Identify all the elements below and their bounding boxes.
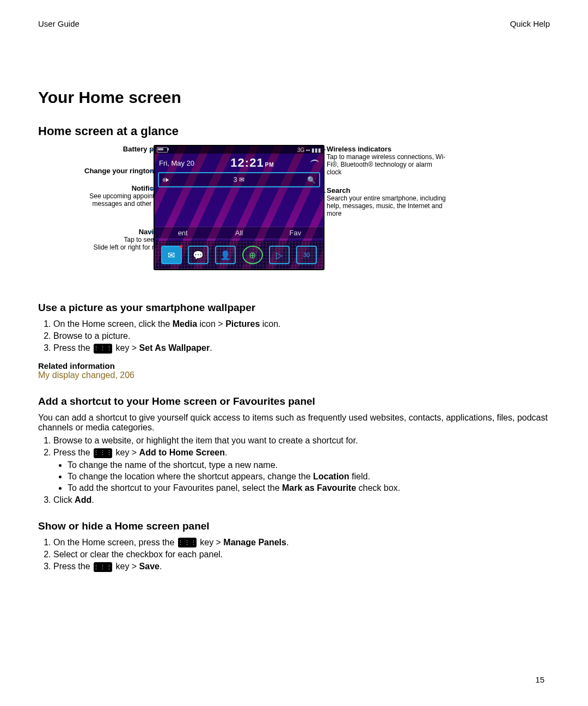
t: . (91, 495, 94, 504)
callout-wireless: Wireless indicators Tap to manage wirele… (327, 145, 446, 176)
t: Location (313, 472, 350, 481)
chat-icon: 💬 (188, 246, 209, 264)
related-info-heading: Related information (38, 361, 550, 370)
t: Manage Panels (223, 538, 286, 547)
callout-search: Search Search your entire smartphone, in… (327, 186, 446, 217)
phone-time-suffix: PM (265, 162, 274, 168)
t: key > (113, 448, 139, 457)
phone-notif-count: 3 (234, 176, 237, 184)
t: icon. (260, 319, 280, 328)
speaker-icon: 🕪 (162, 176, 169, 184)
step: Select or clear the checkbox for each pa… (53, 550, 550, 559)
substep: To change the location where the shortcu… (68, 472, 550, 482)
t: Mark as Favourite (282, 483, 356, 492)
menu-key-icon: ⋮⋮⋮ (178, 538, 197, 547)
t: Press the (53, 448, 93, 457)
phone-icon-row: ✉ 💬 👤 ⊕ ▷ 30 (155, 241, 323, 269)
browser-icon: ⊕ (242, 246, 263, 264)
battery-icon (157, 147, 168, 153)
t: To change the location where the shortcu… (68, 472, 313, 481)
t: Media (173, 319, 197, 328)
substep: To add the shortcut to your Favourites p… (68, 483, 550, 493)
t: . (225, 448, 227, 457)
phone-time-value: 12:21 (230, 156, 264, 169)
phone-clock-row: Fri, May 20 12:21PM (155, 154, 323, 171)
t: On the Home screen, click the (53, 319, 173, 328)
menu-key-icon: ⋮⋮⋮ (94, 562, 112, 572)
phone-time: 12:21PM (230, 156, 274, 170)
page-number: 15 (535, 675, 544, 684)
calendar-icon: 30 (296, 246, 317, 264)
phone-status-strip: 3G ▪▪ ▮▮▮ (155, 146, 323, 154)
phone-notification-bar: 🕪 3 ✉ 🔍 (158, 172, 320, 187)
step: Browse to a website, or highlight the it… (53, 436, 550, 446)
t: key > (113, 562, 139, 571)
callout-search-title: Search (327, 186, 446, 194)
media-icon: ▷ (269, 246, 290, 264)
callout-search-sub: Search your entire smartphone, including… (327, 194, 446, 217)
section-shortcut-heading: Add a shortcut to your Home screen or Fa… (38, 395, 550, 407)
envelope-mini-icon: ✉ (239, 176, 244, 184)
step: Click Add. (53, 495, 550, 505)
shortcut-substeps: To change the name of the shortcut, type… (53, 460, 550, 493)
menu-key-icon: ⋮⋮⋮ (94, 448, 112, 458)
contact-icon: 👤 (215, 246, 236, 264)
nav-tab-left: ent (155, 227, 211, 239)
t: check box. (356, 483, 400, 492)
phone-mock: 3G ▪▪ ▮▮▮ Fri, May 20 12:21PM 🕪 3 ✉ 🔍 en… (154, 145, 324, 270)
t: key > (113, 343, 139, 352)
callout-wireless-sub: Tap to manage wireless connections, Wi-F… (327, 153, 446, 176)
search-icon: 🔍 (307, 176, 316, 184)
running-header: User Guide Quick Help (38, 19, 550, 28)
step: Browse to a picture. (53, 331, 550, 341)
t: Press the (53, 343, 93, 352)
step: Press the ⋮⋮⋮ key > Save. (53, 562, 550, 572)
t: To add the shortcut to your Favourites p… (68, 483, 282, 492)
panels-steps: On the Home screen, press the ⋮⋮⋮ key > … (38, 538, 550, 573)
nav-tab-right: Fav (267, 227, 323, 239)
section-wallpaper-heading: Use a picture as your smartphone wallpap… (38, 302, 550, 314)
section-panels-heading: Show or hide a Home screen panel (38, 520, 550, 532)
substep: To change the name of the shortcut, type… (68, 460, 550, 470)
mail-icon: ✉ (161, 246, 182, 264)
menu-key-icon: ⋮⋮⋮ (94, 344, 112, 354)
t: Add (75, 495, 91, 504)
related-info-link[interactable]: My display changed, 206 (38, 370, 550, 380)
t: . (160, 562, 162, 571)
t: Pictures (225, 319, 260, 328)
t: field. (350, 472, 370, 481)
header-left: User Guide (38, 19, 79, 28)
t: Set As Wallpaper (139, 343, 210, 352)
t: . (286, 538, 289, 547)
status-right: 3G ▪▪ ▮▮▮ (297, 147, 321, 153)
shortcut-steps: Browse to a website, or highlight the it… (38, 436, 550, 505)
t: key > (198, 538, 224, 547)
shortcut-intro: You can add a shortcut to give yourself … (38, 413, 550, 433)
phone-nav-tabs: ent All Fav (155, 227, 323, 239)
step: Press the ⋮⋮⋮ key > Set As Wallpaper. (53, 343, 550, 354)
step: On the Home screen, press the ⋮⋮⋮ key > … (53, 538, 550, 548)
wallpaper-steps: On the Home screen, click the Media icon… (38, 319, 550, 354)
t: Save (139, 562, 160, 571)
t: icon > (197, 319, 225, 328)
t: . (210, 343, 212, 352)
phone-date: Fri, May 20 (159, 159, 194, 167)
step: Press the ⋮⋮⋮ key > Add to Home Screen. … (53, 448, 550, 493)
t: On the Home screen, press the (53, 538, 177, 547)
header-right: Quick Help (510, 19, 550, 28)
page: User Guide Quick Help Your Home screen H… (0, 0, 588, 706)
t: Add to Home Screen (139, 448, 225, 457)
t: Press the (53, 562, 93, 571)
callout-wireless-title: Wireless indicators (327, 145, 446, 153)
page-title: Your Home screen (38, 88, 550, 107)
wifi-icon (310, 160, 319, 166)
section-glance-heading: Home screen at a glance (38, 124, 550, 138)
t: Click (53, 495, 75, 504)
nav-tab-mid: All (211, 227, 267, 239)
step: On the Home screen, click the Media icon… (53, 319, 550, 329)
home-screen-figure: Battery power level Change your ringtone… (38, 145, 550, 287)
